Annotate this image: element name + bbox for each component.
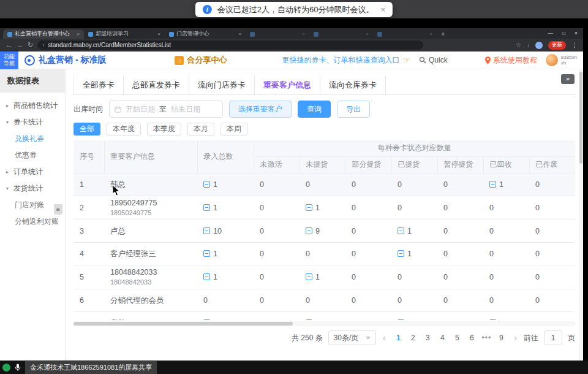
- forward-icon[interactable]: →: [17, 42, 23, 48]
- sidebar-item[interactable]: 优惠券: [0, 147, 65, 164]
- select-customer-button[interactable]: 选择重要客户: [229, 101, 292, 118]
- browser-tab[interactable]: ×: [246, 29, 309, 39]
- content-tab[interactable]: 流向门店券卡: [189, 75, 255, 94]
- table-row[interactable]: 7唐总2001801010: [74, 311, 575, 320]
- row-index: 2: [74, 196, 104, 219]
- browser-menu-icon[interactable]: ⋮: [571, 42, 578, 48]
- content-tab[interactable]: 全部券卡: [74, 75, 124, 94]
- card-icon: [398, 319, 404, 320]
- table-row[interactable]: 3卢总100901000: [74, 219, 575, 242]
- status-count-cell: 0: [529, 196, 575, 219]
- cell-value: 0: [352, 273, 385, 281]
- sidebar-item[interactable]: ▸订单统计: [0, 164, 65, 180]
- quick-filter-chip[interactable]: 全部: [74, 123, 100, 135]
- vertical-scrollbar: [579, 69, 583, 361]
- quick-entry-hint[interactable]: 更快捷的券卡、订单和快递查询入口: [282, 55, 399, 66]
- count-text: 0: [443, 250, 448, 258]
- cell-value: 0: [489, 250, 523, 258]
- tab-close-icon[interactable]: ×: [302, 31, 305, 37]
- panel-collapse-icon[interactable]: »: [561, 74, 575, 84]
- status-count-cell: 1: [483, 311, 529, 320]
- table-row[interactable]: 2189502497751895024977510100000: [74, 196, 575, 219]
- sidebar-item[interactable]: 分销返利对账: [0, 213, 65, 230]
- content-tab[interactable]: 重要客户信息: [255, 75, 320, 94]
- tab-close-icon[interactable]: ×: [77, 31, 80, 37]
- back-icon[interactable]: ←: [6, 42, 12, 48]
- url-omnibox[interactable]: i standard.maboy.cn/CardMemberStatistics…: [37, 40, 423, 50]
- site-info-icon[interactable]: i: [43, 42, 44, 48]
- sidebar-item[interactable]: ▾发货统计: [0, 180, 65, 197]
- export-button[interactable]: 导出: [337, 101, 370, 118]
- quick-search-button[interactable]: Quick: [419, 56, 448, 64]
- status-count-cell: 0: [391, 173, 437, 196]
- next-page-icon[interactable]: ›: [513, 333, 518, 343]
- sidebar-item[interactable]: 兑换礼券: [0, 131, 65, 147]
- vertical-scrollbar-thumb[interactable]: [579, 72, 582, 164]
- tab-close-icon[interactable]: ×: [429, 31, 432, 37]
- window-close-icon[interactable]: ×: [575, 30, 578, 36]
- horizontal-scrollbar-thumb[interactable]: [74, 322, 293, 326]
- quick-filter-chip[interactable]: 本月: [187, 123, 214, 135]
- table-row[interactable]: 1韩总10000010: [74, 173, 575, 196]
- window-minimize-icon[interactable]: —: [548, 30, 553, 36]
- share-center-link[interactable]: ⌂ 合分享中心: [175, 55, 227, 66]
- browser-tab[interactable]: 门店管理中心×: [165, 29, 246, 39]
- page-number[interactable]: 3: [421, 334, 434, 342]
- content-tab[interactable]: 总部直发券卡: [124, 75, 189, 94]
- status-count-cell: 0: [529, 173, 575, 196]
- page-number[interactable]: 6: [466, 334, 478, 342]
- new-tab-icon[interactable]: +: [441, 30, 445, 37]
- download-icon[interactable]: ↓: [527, 42, 530, 48]
- quick-filter-chip[interactable]: 本季度: [147, 123, 181, 135]
- table-row[interactable]: 5180488420331804884203310100000: [74, 265, 575, 289]
- sidebar-item[interactable]: ▾券卡统计: [0, 114, 65, 131]
- card-icon: [489, 319, 496, 320]
- content-tab[interactable]: 流向仓库券卡: [320, 75, 386, 94]
- cell-value: 0: [443, 204, 477, 212]
- bookmark-star-icon[interactable]: ☆: [516, 42, 521, 48]
- content-tab-bar: 全部券卡总部直发券卡流向门店券卡重要客户信息流向仓库券卡: [74, 75, 575, 95]
- total-count-cell: 0: [197, 289, 254, 311]
- user-avatar[interactable]: [546, 54, 558, 66]
- date-range-input[interactable]: 开始日期 至 结束日期: [109, 101, 223, 118]
- count-text: 0: [535, 180, 540, 189]
- tutorial-link[interactable]: 系统使用教程: [485, 55, 537, 66]
- browser-tab[interactable]: ×: [309, 29, 373, 39]
- browser-update-button[interactable]: 更新: [548, 41, 566, 50]
- page-number[interactable]: 5: [451, 334, 463, 342]
- table-row[interactable]: 4客户经理张三10001000: [74, 242, 575, 265]
- prev-page-icon[interactable]: ‹: [382, 333, 387, 343]
- browser-tab[interactable]: 礼盒营销平台管理中心×: [3, 29, 84, 39]
- tab-close-icon[interactable]: ×: [366, 31, 369, 37]
- browser-profile-avatar[interactable]: [535, 42, 543, 49]
- quick-filter-chip[interactable]: 本年度: [107, 123, 141, 135]
- filter-label: 出库时间: [74, 104, 103, 115]
- cell-value: 0: [260, 273, 293, 281]
- function-nav-button[interactable]: 功能导航: [0, 52, 18, 69]
- search-button[interactable]: 查询: [298, 101, 331, 118]
- reload-icon[interactable]: ↻: [28, 42, 33, 48]
- sidebar-collapse-handle[interactable]: ≡: [54, 204, 62, 215]
- page-size-select[interactable]: 30条/页: [328, 330, 376, 345]
- toast-close-icon[interactable]: ×: [381, 5, 386, 14]
- page-number[interactable]: 4: [436, 334, 448, 342]
- status-count-cell: 0: [483, 265, 529, 289]
- table-row[interactable]: 6分销代理的会员00000000: [74, 289, 575, 311]
- tab-close-icon[interactable]: ×: [157, 31, 160, 37]
- column-header-status: 部分提货: [345, 156, 391, 173]
- window-maximize-icon[interactable]: □: [562, 30, 565, 36]
- page-number[interactable]: 2: [407, 334, 419, 342]
- status-count-cell: 0: [391, 289, 437, 311]
- browser-tab[interactable]: ×: [373, 29, 437, 39]
- tab-close-icon[interactable]: ×: [238, 31, 241, 37]
- user-name[interactable]: 8385xh xh: [561, 55, 577, 66]
- sidebar-item[interactable]: ▸商品销售统计: [0, 97, 65, 114]
- page-number[interactable]: 9: [495, 334, 507, 342]
- goto-page-input[interactable]: 1: [544, 330, 562, 345]
- quick-filter-chip[interactable]: 本周: [221, 123, 247, 135]
- browser-tab[interactable]: 新版培训学习×: [84, 29, 165, 39]
- status-count-cell: 0: [483, 242, 529, 265]
- count-text: 0: [352, 204, 356, 212]
- page-number[interactable]: 1: [392, 334, 404, 342]
- total-count-cell: 1: [197, 242, 254, 265]
